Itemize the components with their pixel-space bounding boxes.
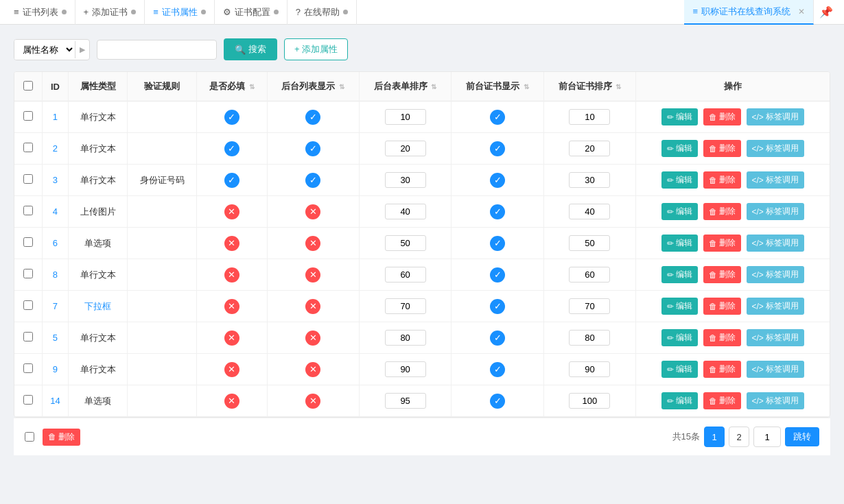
edit-button-7[interactable]: ✏ 编辑 xyxy=(661,329,698,346)
edit-button-5[interactable]: ✏ 编辑 xyxy=(661,266,698,283)
row-checkbox-9[interactable] xyxy=(23,395,33,405)
page-btn-1[interactable]: 1 xyxy=(704,427,725,447)
delete-button-9[interactable]: 🗑 删除 xyxy=(703,392,741,409)
frontend-sort-input-9[interactable] xyxy=(569,393,610,409)
tab-cert-list[interactable]: ≡ 证书列表 xyxy=(5,0,75,25)
delete-icon-4: 🗑 xyxy=(709,239,717,248)
th-action: 操作 xyxy=(636,72,830,101)
row-checkbox-5[interactable] xyxy=(23,269,33,278)
frontend-sort-input-6[interactable] xyxy=(569,298,610,314)
attr-type-select[interactable]: 属性名称 xyxy=(14,40,75,60)
row-checkbox-4[interactable] xyxy=(23,237,33,247)
tab-close-query[interactable]: ✕ xyxy=(798,7,805,16)
frontend-sort-input-1[interactable] xyxy=(569,141,610,156)
row-id-5[interactable]: 8 xyxy=(53,269,58,280)
backend-sort-input-5[interactable] xyxy=(385,267,426,283)
frontend-cert-true-6: ✓ xyxy=(490,299,505,314)
tag-button-8[interactable]: </> 标签调用 xyxy=(747,361,804,378)
page-jump-input[interactable] xyxy=(753,427,781,447)
tag-button-5[interactable]: </> 标签调用 xyxy=(747,266,804,283)
backend-sort-input-3[interactable] xyxy=(385,204,426,219)
row-id-6[interactable]: 7 xyxy=(53,301,58,311)
delete-button-8[interactable]: 🗑 删除 xyxy=(703,361,741,378)
jump-button[interactable]: 跳转 xyxy=(785,427,819,446)
tab-online-help[interactable]: ? 在线帮助 xyxy=(288,0,357,25)
edit-button-8[interactable]: ✏ 编辑 xyxy=(661,361,698,378)
edit-button-3[interactable]: ✏ 编辑 xyxy=(661,203,698,220)
backend-sort-input-8[interactable] xyxy=(385,361,426,377)
tag-button-9[interactable]: </> 标签调用 xyxy=(747,392,804,409)
footer-delete-button[interactable]: 🗑 删除 xyxy=(43,429,80,446)
frontend-sort-input-3[interactable] xyxy=(569,204,610,219)
footer-select-all-checkbox[interactable] xyxy=(25,432,34,442)
delete-button-6[interactable]: 🗑 删除 xyxy=(703,298,741,315)
edit-button-0[interactable]: ✏ 编辑 xyxy=(661,108,698,125)
search-button[interactable]: 🔍 搜索 xyxy=(224,38,277,60)
row-id-7[interactable]: 5 xyxy=(53,333,58,343)
backend-list-true-0: ✓ xyxy=(305,110,320,125)
tag-button-2[interactable]: </> 标签调用 xyxy=(747,171,804,189)
row-checkbox-3[interactable] xyxy=(23,206,33,215)
row-checkbox-1[interactable] xyxy=(23,143,33,152)
delete-button-4[interactable]: 🗑 删除 xyxy=(703,235,741,252)
frontend-sort-input-4[interactable] xyxy=(569,235,610,251)
tag-button-3[interactable]: </> 标签调用 xyxy=(747,203,804,220)
tag-button-0[interactable]: </> 标签调用 xyxy=(747,108,804,125)
delete-button-2[interactable]: 🗑 删除 xyxy=(703,171,741,189)
row-id-4[interactable]: 6 xyxy=(53,238,58,248)
backend-sort-input-2[interactable] xyxy=(385,172,426,188)
delete-button-3[interactable]: 🗑 删除 xyxy=(703,203,741,220)
tag-button-4[interactable]: </> 标签调用 xyxy=(747,235,804,252)
backend-sort-input-1[interactable] xyxy=(385,141,426,156)
search-input[interactable] xyxy=(97,40,217,60)
tag-button-1[interactable]: </> 标签调用 xyxy=(747,140,804,157)
row-checkbox-8[interactable] xyxy=(23,363,33,373)
delete-button-0[interactable]: 🗑 删除 xyxy=(703,108,741,125)
row-checkbox-0[interactable] xyxy=(23,111,33,121)
frontend-sort-input-8[interactable] xyxy=(569,361,610,377)
backend-sort-input-6[interactable] xyxy=(385,298,426,314)
backend-sort-input-9[interactable] xyxy=(385,393,426,409)
row-checkbox-2[interactable] xyxy=(23,174,33,184)
select-all-checkbox[interactable] xyxy=(23,81,33,91)
delete-button-1[interactable]: 🗑 删除 xyxy=(703,140,741,157)
row-id-1[interactable]: 2 xyxy=(53,143,58,154)
attr-select-group: 属性名称 ▶ xyxy=(14,39,90,60)
frontend-sort-input-5[interactable] xyxy=(569,267,610,283)
row-id-0[interactable]: 1 xyxy=(53,112,58,122)
chevron-right-icon[interactable]: ▶ xyxy=(75,41,89,58)
frontend-sort-input-2[interactable] xyxy=(569,172,610,188)
frontend-cert-true-7: ✓ xyxy=(490,331,505,346)
tab-cert-config[interactable]: ⚙ 证书配置 xyxy=(215,0,288,25)
backend-sort-input-7[interactable] xyxy=(385,330,426,346)
row-attr-type-6[interactable]: 下拉框 xyxy=(84,301,111,311)
row-checkbox-6[interactable] xyxy=(23,300,33,310)
tag-button-7[interactable]: </> 标签调用 xyxy=(747,329,804,346)
backend-sort-input-4[interactable] xyxy=(385,235,426,251)
edit-button-4[interactable]: ✏ 编辑 xyxy=(661,235,698,252)
row-attr-type-3: 上传图片 xyxy=(80,206,116,217)
row-checkbox-7[interactable] xyxy=(23,332,33,341)
row-id-3[interactable]: 4 xyxy=(53,206,58,217)
frontend-sort-input-0[interactable] xyxy=(569,109,610,125)
page-btn-2[interactable]: 2 xyxy=(729,427,749,447)
tag-button-6[interactable]: </> 标签调用 xyxy=(747,298,804,315)
frontend-sort-input-7[interactable] xyxy=(569,330,610,346)
total-text: 共15条 xyxy=(672,431,700,443)
edit-button-9[interactable]: ✏ 编辑 xyxy=(661,392,698,409)
add-attr-button[interactable]: + 添加属性 xyxy=(284,38,348,60)
tab-pin-button[interactable]: 📌 xyxy=(814,5,839,19)
edit-button-1[interactable]: ✏ 编辑 xyxy=(661,140,698,157)
sort-required-icon: ⇅ xyxy=(249,83,255,91)
row-id-2[interactable]: 3 xyxy=(53,175,58,185)
tab-cert-attr[interactable]: ≡ 证书属性 xyxy=(145,0,215,25)
delete-button-7[interactable]: 🗑 删除 xyxy=(703,329,741,346)
row-id-9[interactable]: 14 xyxy=(50,396,60,406)
edit-button-2[interactable]: ✏ 编辑 xyxy=(661,171,698,189)
tab-query-system[interactable]: ≡ 职称证书在线查询系统 ✕ xyxy=(684,0,814,25)
delete-button-5[interactable]: 🗑 删除 xyxy=(703,266,741,283)
row-id-8[interactable]: 9 xyxy=(53,364,58,374)
tab-add-cert[interactable]: + 添加证书 xyxy=(75,0,145,25)
edit-button-6[interactable]: ✏ 编辑 xyxy=(661,298,698,315)
backend-sort-input-0[interactable] xyxy=(385,109,426,125)
